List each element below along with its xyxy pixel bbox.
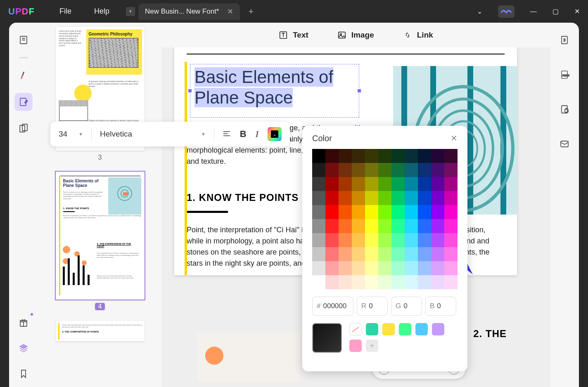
recent-color-swatch[interactable] <box>382 323 395 335</box>
color-swatch[interactable] <box>325 163 339 177</box>
tab-close-icon[interactable]: ✕ <box>227 7 233 16</box>
color-swatch[interactable] <box>339 233 352 247</box>
color-swatch[interactable] <box>365 219 378 233</box>
recent-color-swatch[interactable] <box>349 340 362 352</box>
color-swatch[interactable] <box>378 205 391 219</box>
bookmark-icon[interactable] <box>14 365 33 383</box>
organize-tool[interactable] <box>14 119 33 137</box>
color-swatch[interactable] <box>365 163 378 177</box>
text-color-button[interactable]: ⌄ <box>268 127 282 141</box>
color-swatch[interactable] <box>339 177 352 191</box>
color-swatch[interactable] <box>339 261 352 275</box>
comment-tool[interactable] <box>14 66 33 85</box>
heading-text[interactable]: Basic Elements of Plane Space <box>194 67 333 107</box>
color-swatch[interactable] <box>405 261 418 275</box>
color-swatch[interactable] <box>352 219 365 233</box>
color-swatch[interactable] <box>391 149 405 163</box>
convert-icon[interactable] <box>555 31 574 49</box>
color-swatch[interactable] <box>444 191 458 205</box>
color-swatch[interactable] <box>405 163 418 177</box>
color-swatch[interactable] <box>405 233 418 247</box>
color-swatch[interactable] <box>365 233 378 247</box>
color-swatch[interactable] <box>325 233 339 247</box>
color-swatch[interactable] <box>405 219 418 233</box>
color-swatch[interactable] <box>391 261 405 275</box>
color-swatch[interactable] <box>325 191 339 205</box>
color-swatch[interactable] <box>444 149 458 163</box>
color-swatch[interactable] <box>431 163 444 177</box>
color-swatch[interactable] <box>431 219 444 233</box>
color-swatch[interactable] <box>325 205 339 219</box>
color-swatch[interactable] <box>312 219 325 233</box>
color-swatch[interactable] <box>352 233 365 247</box>
image-tool[interactable]: Image <box>337 31 374 40</box>
color-swatch[interactable] <box>418 233 431 247</box>
color-swatch[interactable] <box>405 191 418 205</box>
color-panel-close-icon[interactable]: ✕ <box>450 133 458 143</box>
color-swatch[interactable] <box>352 275 365 289</box>
color-swatch[interactable] <box>391 163 405 177</box>
color-swatch[interactable] <box>444 177 458 191</box>
color-swatch[interactable] <box>325 219 339 233</box>
color-swatch[interactable] <box>418 163 431 177</box>
r-input[interactable]: R0 <box>357 297 388 316</box>
color-swatch[interactable] <box>352 261 365 275</box>
color-swatch[interactable] <box>339 163 352 177</box>
color-swatch[interactable] <box>312 233 325 247</box>
color-swatch[interactable] <box>352 191 365 205</box>
color-swatch[interactable] <box>352 163 365 177</box>
color-swatch[interactable] <box>378 233 391 247</box>
color-swatch[interactable] <box>339 205 352 219</box>
reader-tool[interactable] <box>14 31 33 49</box>
color-swatch[interactable] <box>405 275 418 289</box>
pdfa-icon[interactable]: PDF/A <box>555 66 574 84</box>
color-swatch[interactable] <box>391 233 405 247</box>
font-size-value[interactable]: 34 <box>59 130 67 139</box>
color-swatch[interactable] <box>431 261 444 275</box>
color-swatch[interactable] <box>325 247 339 261</box>
color-swatch[interactable] <box>431 275 444 289</box>
subheading-2[interactable]: 2. THE <box>473 328 507 340</box>
color-swatch[interactable] <box>365 149 378 163</box>
color-swatch[interactable] <box>405 247 418 261</box>
color-swatch[interactable] <box>378 191 391 205</box>
color-swatch[interactable] <box>431 205 444 219</box>
no-color-swatch[interactable] <box>349 323 362 335</box>
color-swatch[interactable] <box>352 177 365 191</box>
color-swatch[interactable] <box>444 275 458 289</box>
color-swatch[interactable] <box>418 191 431 205</box>
color-swatch[interactable] <box>444 261 458 275</box>
color-swatch[interactable] <box>339 149 352 163</box>
color-swatch[interactable] <box>378 177 391 191</box>
bold-button[interactable]: B <box>240 129 247 139</box>
b-input[interactable]: B0 <box>425 297 456 316</box>
edit-tool[interactable] <box>14 93 33 111</box>
color-swatch[interactable] <box>431 247 444 261</box>
color-swatch[interactable] <box>339 247 352 261</box>
color-swatch[interactable] <box>339 275 352 289</box>
color-swatch[interactable] <box>378 163 391 177</box>
font-family-dropdown-icon[interactable]: ▼ <box>201 132 206 137</box>
g-input[interactable]: G0 <box>391 297 422 316</box>
add-color-button[interactable]: + <box>366 340 378 352</box>
color-swatch[interactable] <box>378 275 391 289</box>
color-swatch[interactable] <box>391 247 405 261</box>
italic-button[interactable]: I <box>256 129 258 139</box>
recent-color-swatch[interactable] <box>399 323 411 335</box>
color-swatch[interactable] <box>444 163 458 177</box>
color-swatch[interactable] <box>391 275 405 289</box>
color-swatch[interactable] <box>312 149 325 163</box>
color-swatch[interactable] <box>312 191 325 205</box>
close-icon[interactable]: ✕ <box>574 7 580 15</box>
color-swatch[interactable] <box>431 191 444 205</box>
color-swatch[interactable] <box>312 205 325 219</box>
color-swatch[interactable] <box>312 261 325 275</box>
color-swatch[interactable] <box>365 177 378 191</box>
gift-icon[interactable] <box>14 314 33 332</box>
color-swatch[interactable] <box>365 191 378 205</box>
color-swatch[interactable] <box>378 261 391 275</box>
color-swatch[interactable] <box>312 163 325 177</box>
color-swatch[interactable] <box>312 275 325 289</box>
color-swatch[interactable] <box>325 275 339 289</box>
color-swatch[interactable] <box>312 247 325 261</box>
